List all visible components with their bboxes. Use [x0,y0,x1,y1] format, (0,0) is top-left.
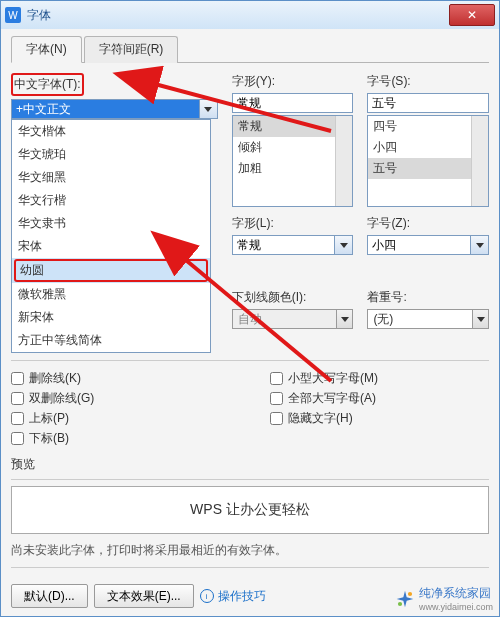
scrollbar[interactable] [335,116,352,206]
font-option[interactable]: 华文琥珀 [12,143,210,166]
tab-bar: 字体(N) 字符间距(R) [11,35,489,63]
chk-allcaps[interactable]: 全部大写字母(A) [270,390,489,407]
watermark: 纯净系统家园 www.yidaimei.com [395,585,493,612]
font-option[interactable]: 宋体 [12,235,210,258]
section-preview: 预览 [11,456,489,473]
underline-color-combo: 自动 [232,309,354,329]
label-complex-size: 字号(Z): [367,215,489,232]
chevron-down-icon [340,243,348,248]
font-option[interactable]: 方正中等线简体 [12,329,210,352]
complex-style-dropdown-button[interactable] [335,235,353,255]
font-option-highlighted[interactable]: 幼圆 [12,258,210,283]
label-style: 字形(Y): [232,73,354,90]
cn-font-popup: 华文楷体 华文琥珀 华文细黑 华文行楷 复华文隶书 宋体 幼圆 所微软雅黑 新宋… [11,119,211,353]
cn-font-dropdown-button[interactable] [200,99,218,119]
cn-font-input[interactable] [11,99,200,119]
window-title: 字体 [27,7,51,24]
label-size: 字号(S): [367,73,489,90]
size-listbox[interactable]: 四号 小四 五号 [367,115,489,207]
font-option[interactable]: 新宋体 [12,306,210,329]
svg-point-2 [408,591,412,595]
label-underline-color: 下划线颜色(I): [232,289,354,306]
chevron-down-icon [476,243,484,248]
chk-superscript[interactable]: 上标(P) [11,410,230,427]
app-logo-icon: W [5,7,21,23]
font-option[interactable]: 华文隶书 [18,216,66,230]
chk-strike[interactable]: 删除线(K) [11,370,230,387]
label-emphasis: 着重号: [367,289,489,306]
tab-font[interactable]: 字体(N) [11,36,82,63]
divider [11,567,489,568]
divider [11,360,489,361]
chevron-down-icon [204,107,212,112]
chk-smallcaps[interactable]: 小型大写字母(M) [270,370,489,387]
label-cn-font: 中文字体(T): [14,76,81,93]
style-input[interactable] [232,93,354,113]
font-option[interactable]: 华文细黑 [12,166,210,189]
complex-size-input[interactable] [367,235,471,255]
svg-point-3 [398,601,402,605]
text-effect-button[interactable]: 文本效果(E)... [94,584,194,608]
emphasis-combo[interactable]: (无) [367,309,489,329]
close-button[interactable]: ✕ [449,4,495,26]
size-input[interactable] [367,93,489,113]
chk-double-strike[interactable]: 双删除线(G) [11,390,230,407]
dialog-body: 字体(N) 字符间距(R) 中文字体(T): 华文楷体 华文琥珀 华文细黑 [1,29,499,616]
info-icon: i [200,589,214,603]
watermark-icon [395,589,415,609]
font-option[interactable]: 华文行楷 [12,189,210,212]
tips-link[interactable]: i 操作技巧 [200,588,266,605]
scrollbar[interactable] [471,116,488,206]
chevron-down-icon [341,317,349,322]
style-listbox[interactable]: 常规 倾斜 加粗 [232,115,354,207]
font-option[interactable]: 微软雅黑 [18,287,66,301]
chk-subscript[interactable]: 下标(B) [11,430,230,447]
font-option[interactable]: 华文楷体 [12,120,210,143]
complex-size-dropdown-button[interactable] [471,235,489,255]
preview-box: WPS 让办公更轻松 [11,486,489,534]
complex-style-input[interactable] [232,235,336,255]
font-dialog: W 字体 ✕ 字体(N) 字符间距(R) 中文字体(T): [0,0,500,617]
divider [11,479,489,480]
chk-hidden[interactable]: 隐藏文字(H) [270,410,489,427]
chevron-down-icon [477,317,485,322]
font-note: 尚未安装此字体，打印时将采用最相近的有效字体。 [11,542,489,559]
default-button[interactable]: 默认(D)... [11,584,88,608]
tab-spacing[interactable]: 字符间距(R) [84,36,179,63]
close-icon: ✕ [467,8,477,22]
label-complex-style: 字形(L): [232,215,354,232]
titlebar: W 字体 ✕ [1,1,499,29]
